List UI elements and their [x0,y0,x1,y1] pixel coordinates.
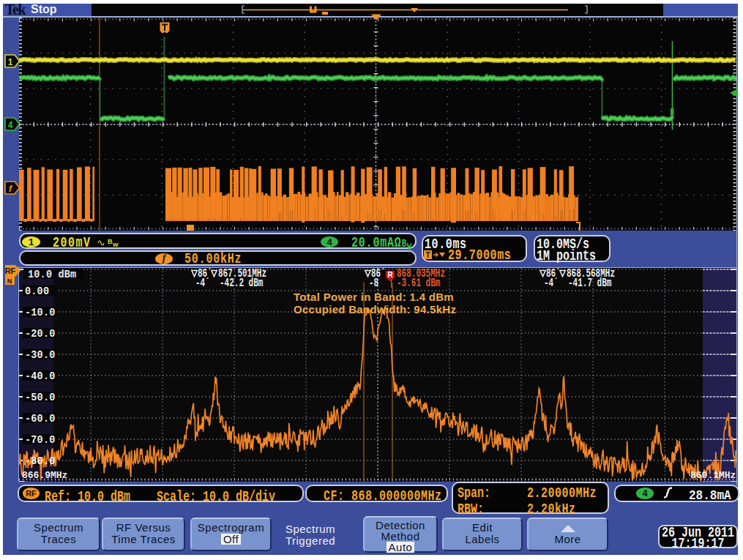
svg-text:4: 4 [8,120,13,130]
svg-text:W: W [113,242,119,247]
svg-text:N: N [7,277,12,285]
svg-text:B: B [108,238,113,245]
svg-text:T: T [425,251,430,259]
svg-text:R: R [387,271,393,279]
svg-text:1: 1 [8,57,13,67]
svg-text:RF: RF [5,266,16,275]
